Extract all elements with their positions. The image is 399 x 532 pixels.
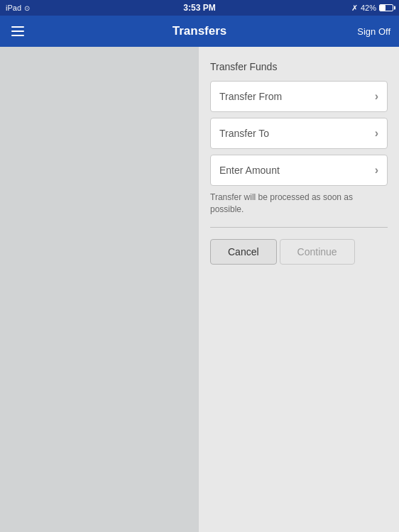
button-row: Cancel Continue bbox=[210, 239, 388, 265]
menu-button[interactable] bbox=[9, 23, 27, 39]
device-label: iPad bbox=[6, 4, 21, 12]
continue-button[interactable]: Continue bbox=[280, 239, 355, 265]
wifi-icon: ⊙ bbox=[24, 4, 30, 12]
status-left: iPad ⊙ bbox=[6, 4, 30, 12]
status-time: 3:53 PM bbox=[183, 3, 215, 13]
cancel-button[interactable]: Cancel bbox=[210, 239, 277, 265]
divider bbox=[210, 227, 388, 228]
main-content: Transfer Funds Transfer From › Transfer … bbox=[0, 47, 399, 532]
transfer-from-chevron-icon: › bbox=[375, 90, 378, 103]
transfer-from-label: Transfer From bbox=[219, 91, 282, 102]
info-text: Transfer will be processed as soon as po… bbox=[210, 192, 388, 216]
status-bar: iPad ⊙ 3:53 PM ✗ 42% bbox=[0, 0, 399, 16]
battery-percentage: 42% bbox=[361, 4, 376, 12]
left-panel bbox=[0, 47, 199, 532]
transfer-to-chevron-icon: › bbox=[375, 127, 378, 140]
status-right: ✗ 42% bbox=[351, 4, 393, 13]
enter-amount-chevron-icon: › bbox=[375, 164, 378, 177]
nav-bar: Transfers Sign Off bbox=[0, 16, 399, 47]
page-title: Transfers bbox=[173, 24, 227, 38]
enter-amount-field[interactable]: Enter Amount › bbox=[210, 155, 388, 186]
transfer-from-field[interactable]: Transfer From › bbox=[210, 81, 388, 112]
sign-off-button[interactable]: Sign Off bbox=[357, 26, 390, 37]
transfer-to-field[interactable]: Transfer To › bbox=[210, 118, 388, 149]
right-panel: Transfer Funds Transfer From › Transfer … bbox=[199, 47, 399, 532]
enter-amount-label: Enter Amount bbox=[219, 165, 280, 176]
bluetooth-icon: ✗ bbox=[351, 4, 358, 13]
transfer-to-label: Transfer To bbox=[219, 128, 269, 139]
battery-icon bbox=[379, 4, 393, 11]
section-title: Transfer Funds bbox=[210, 61, 388, 72]
